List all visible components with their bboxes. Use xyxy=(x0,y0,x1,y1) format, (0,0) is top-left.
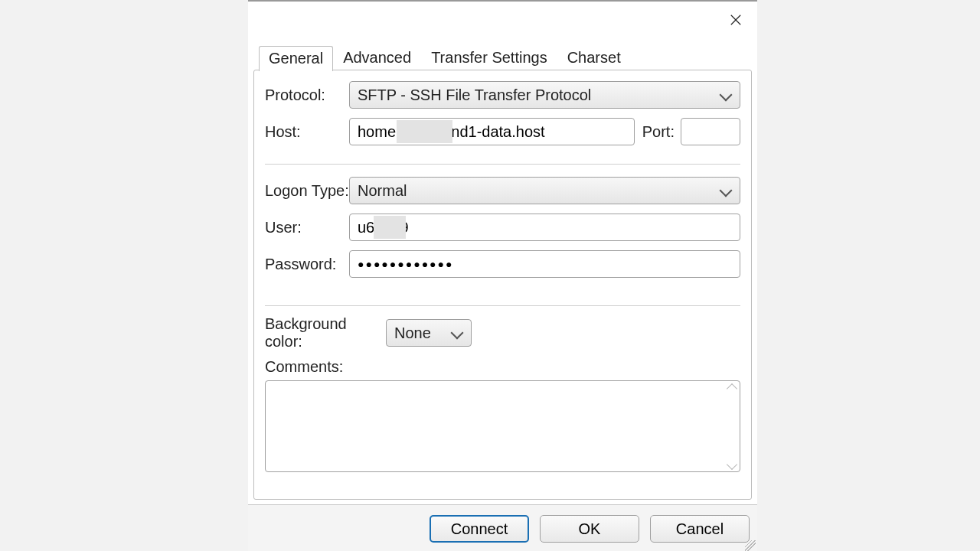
connect-button[interactable]: Connect xyxy=(430,515,529,543)
ok-button[interactable]: OK xyxy=(540,515,639,543)
password-label: Password: xyxy=(265,256,349,273)
protocol-label: Protocol: xyxy=(265,86,349,104)
port-label: Port: xyxy=(642,123,675,141)
host-label: Host: xyxy=(265,123,349,141)
tab-general[interactable]: General xyxy=(259,46,333,71)
port-input[interactable] xyxy=(681,118,740,145)
user-label: User: xyxy=(265,219,349,236)
close-icon xyxy=(730,13,742,27)
background-color-select[interactable]: None xyxy=(386,319,472,347)
divider xyxy=(265,164,740,165)
logon-type-label: Logon Type: xyxy=(265,182,349,200)
logon-type-select[interactable]: Normal xyxy=(349,177,740,204)
user-input[interactable] xyxy=(349,214,740,241)
logon-type-value: Normal xyxy=(358,182,407,200)
tab-transfer-settings[interactable]: Transfer Settings xyxy=(421,45,557,70)
background-color-label: Background color: xyxy=(265,315,386,350)
redaction-block xyxy=(374,216,406,239)
close-button[interactable] xyxy=(725,9,746,31)
host-input[interactable] xyxy=(349,118,635,145)
cancel-button[interactable]: Cancel xyxy=(650,515,750,543)
password-input[interactable] xyxy=(349,250,740,278)
protocol-value: SFTP - SSH File Transfer Protocol xyxy=(358,86,591,104)
tab-bar: General Advanced Transfer Settings Chars… xyxy=(259,44,631,70)
chevron-down-icon xyxy=(720,184,733,197)
comments-label: Comments: xyxy=(265,358,740,376)
site-manager-dialog: General Advanced Transfer Settings Chars… xyxy=(248,0,757,551)
protocol-select[interactable]: SFTP - SSH File Transfer Protocol xyxy=(349,81,740,109)
background-color-value: None xyxy=(394,324,431,342)
general-panel: Protocol: SFTP - SSH File Transfer Proto… xyxy=(253,70,752,500)
redaction-block xyxy=(397,120,452,143)
tab-advanced[interactable]: Advanced xyxy=(333,45,421,70)
resize-grip-icon[interactable] xyxy=(745,540,756,551)
comments-textarea[interactable] xyxy=(265,380,740,472)
chevron-down-icon xyxy=(720,89,733,102)
divider xyxy=(265,305,740,306)
dialog-footer: Connect OK Cancel xyxy=(248,504,757,551)
chevron-down-icon xyxy=(451,327,464,340)
tab-charset[interactable]: Charset xyxy=(557,45,631,70)
